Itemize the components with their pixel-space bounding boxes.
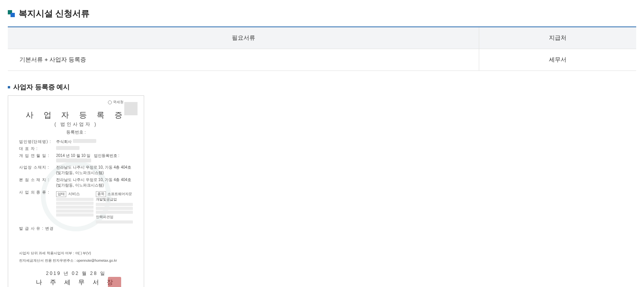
value: 2014 년 10 월 10 일 법인등록번호 : <box>56 153 133 163</box>
col-issuer: 지급처 <box>479 27 636 49</box>
field-remark: 발 급 사 유 : 변경 <box>19 226 133 231</box>
cert-regno-label: 등록번호 : <box>19 129 133 135</box>
cell-issuer: 세무서 <box>479 49 636 71</box>
label: 발 급 사 유 : 변경 <box>19 226 54 231</box>
sub-bullet-icon <box>8 86 10 88</box>
field-open-date: 개 업 연 월 일 : 2014 년 10 월 10 일 법인등록번호 : <box>19 153 133 163</box>
cert-title: 사 업 자 등 록 증 <box>19 110 133 120</box>
field-address: 사업장 소재지 : 전라남도 나주시 우정로 10, 가동 4층 404호(빛가… <box>19 165 133 176</box>
certificate-body: 국세청 사 업 자 등 록 증 ( 법인사업자 ) 등록번호 : 법인명(단체명… <box>11 99 141 287</box>
extra-label: 법인등록번호 : <box>94 153 120 158</box>
label: 사 업 의 종 류 : <box>19 190 56 224</box>
section-title-text: 복지시설 신청서류 <box>19 8 90 19</box>
label: 대 표 자 : <box>19 146 56 151</box>
label: 사업장 소재지 : <box>19 165 56 176</box>
issuer: 나 주 세 무 서 장 <box>19 278 133 287</box>
blurred-lines <box>96 220 133 224</box>
value: 전라남도 나주시 우정로 10, 가동 4층 404호(빛가람동, 이노파크시스… <box>56 177 133 188</box>
tag: 종목 <box>96 191 106 197</box>
row: 종목 소프트웨어자문개발및공급업 <box>96 191 133 202</box>
field-ceo: 대 표 자 : <box>19 146 133 151</box>
nts-logo-icon <box>108 100 112 104</box>
col-docs: 필요서류 <box>8 27 479 49</box>
field-corp-name: 법인명(단체명) : 주식회사 <box>19 139 133 144</box>
certificate-image: 국세청 사 업 자 등 록 증 ( 법인사업자 ) 등록번호 : 법인명(단체명… <box>8 95 144 287</box>
official-seal-icon <box>108 277 121 287</box>
example-title: 사업자 등록증 예시 <box>8 83 636 92</box>
blurred-lines <box>96 203 133 214</box>
table-header-row: 필요서류 지급처 <box>8 27 636 49</box>
cert-subtitle: ( 법인사업자 ) <box>19 121 133 128</box>
section-bullet-icon <box>8 10 15 17</box>
top-right-org: 국세청 <box>108 100 124 105</box>
biztype-cols: 업태 서비스 종목 소프트웨어자문개발및공급업 인력파견업 <box>56 191 133 224</box>
col-jongmok: 종목 소프트웨어자문개발및공급업 인력파견업 <box>96 191 133 224</box>
top-right-org-text: 국세청 <box>113 100 124 105</box>
note-unit-tax: 사업자 단위 과세 적용사업자 여부 : 여( ) 부(V) <box>19 251 133 256</box>
value-text: 주식회사 <box>56 139 72 144</box>
example-title-text: 사업자 등록증 예시 <box>13 83 70 92</box>
label: 법인명(단체명) : <box>19 139 56 144</box>
label: 개 업 연 월 일 : <box>19 153 56 163</box>
field-biztype: 사 업 의 종 류 : 업태 서비스 종목 소프트웨어자문개발및공급업 <box>19 190 133 224</box>
requirements-table: 필요서류 지급처 기본서류 + 사업자 등록증 세무서 <box>8 26 636 71</box>
redacted-icon <box>56 158 91 162</box>
label: 본 점 소 재 지 : <box>19 177 56 188</box>
row: 업태 서비스 <box>56 191 94 197</box>
people-dispatch: 인력파견업 <box>96 215 133 220</box>
redacted-icon <box>56 146 79 150</box>
cell-docs: 기본서류 + 사업자 등록증 <box>8 49 479 71</box>
value: 전라남도 나주시 우정로 10, 가동 4층 404호(빛가람동, 이노파크시스… <box>56 165 133 176</box>
issuer-text: 나 주 세 무 서 장 <box>36 279 116 285</box>
table-row: 기본서류 + 사업자 등록증 세무서 <box>8 49 636 71</box>
blurred-lines <box>56 198 94 217</box>
col-uptae: 업태 서비스 <box>56 191 94 224</box>
tag: 업태 <box>56 191 66 197</box>
value <box>56 146 79 151</box>
field-hq: 본 점 소 재 지 : 전라남도 나주시 우정로 10, 가동 4층 404호(… <box>19 177 133 188</box>
val: 서비스 <box>68 192 80 196</box>
section-title: 복지시설 신청서류 <box>8 8 636 19</box>
note-email: 전자세금계산서 전용 전자우편주소 : opennote@hometax.go.… <box>19 258 133 263</box>
issue-date: 2019 년 02 월 28 일 <box>19 270 133 277</box>
value: 주식회사 <box>56 139 96 144</box>
redacted-icon <box>73 139 96 143</box>
value-text: 2014 년 10 월 10 일 <box>56 153 90 158</box>
